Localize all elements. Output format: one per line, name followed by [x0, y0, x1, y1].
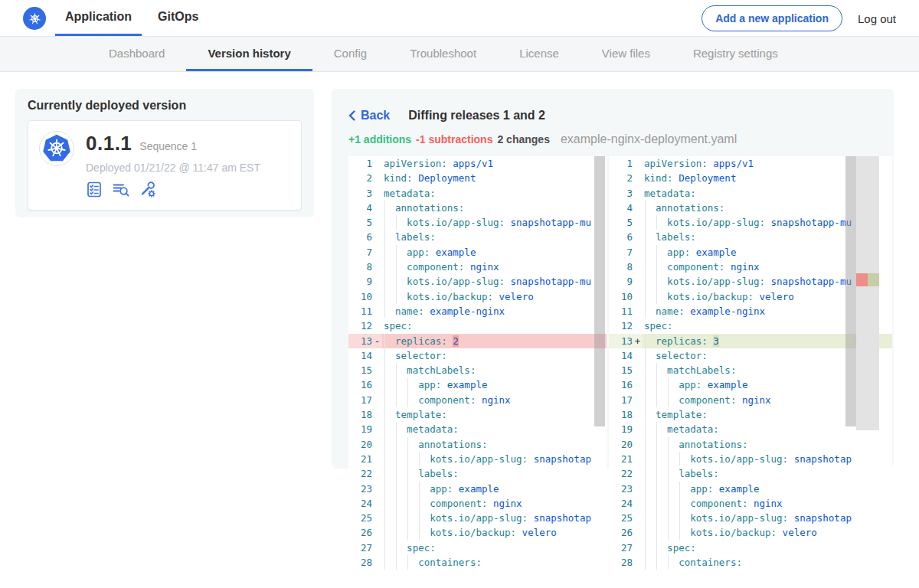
diff-title: Diffing releases 1 and 2 [408, 109, 545, 122]
diff-line: 9 kots.io/app-slug: snapshotapp-mu [348, 274, 607, 289]
diff-line: 27 spec: [609, 541, 892, 555]
diff-line: 14 selector: [348, 348, 607, 363]
diff-panels: 1apiVersion: apps/v12kind: Deployment3me… [348, 156, 894, 570]
diff-line: 21 kots.io/app-slug: snapshotap [609, 452, 892, 466]
diff-line: 22 labels: [609, 466, 892, 481]
diff-line: 8 component: nginx [348, 260, 607, 274]
diff-line: 26 kots.io/backup: velero [348, 525, 607, 540]
scrollbar-thumb[interactable] [845, 156, 856, 426]
diff-line: 26 kots.io/backup: velero [609, 525, 892, 540]
diff-line: 20 annotations: [348, 437, 607, 452]
diff-line: 5 kots.io/app-slug: snapshotapp-mu [348, 215, 607, 230]
kubernetes-heptagon-icon [41, 133, 72, 164]
diff-line: 24 component: nginx [348, 496, 607, 511]
deployed-card-title: Currently deployed version [28, 99, 302, 113]
diff-line: 28 containers: [609, 555, 892, 570]
diff-line: 28 containers: [348, 555, 607, 570]
currently-deployed-card: Currently deployed version 0.1.1 [15, 89, 314, 217]
diff-panel-modified[interactable]: 1apiVersion: apps/v12kind: Deployment3me… [609, 156, 892, 570]
tab-gitops[interactable]: GitOps [148, 0, 208, 36]
diff-line: 22 labels: [348, 466, 607, 481]
diff-line: 16 app: example [348, 377, 607, 392]
logout-link[interactable]: Log out [858, 12, 896, 25]
preflight-checks-icon[interactable] [112, 181, 130, 198]
add-application-button[interactable]: Add a new application [702, 5, 842, 31]
scrollbar-thumb[interactable] [594, 156, 605, 426]
diff-line: 13- replicas: 2 [348, 334, 607, 348]
diff-line: 10 kots.io/backup: velero [348, 289, 607, 304]
diff-line: 1apiVersion: apps/v1 [348, 156, 607, 171]
subnav-item-version-history[interactable]: Version history [186, 37, 312, 71]
version-label: 0.1.1 [86, 132, 132, 155]
diff-line: 15 matchLabels: [348, 363, 607, 377]
subnav-item-registry-settings[interactable]: Registry settings [672, 37, 800, 71]
ruler-added-marker [868, 273, 879, 286]
sequence-label: Sequence 1 [139, 140, 197, 152]
diff-line: 2kind: Deployment [348, 171, 607, 185]
diff-header: Back Diffing releases 1 and 2 [332, 89, 894, 122]
diff-line: 18 template: [348, 407, 607, 422]
original-code: 1apiVersion: apps/v12kind: Deployment3me… [348, 156, 607, 570]
changes-count: 2 changes [497, 133, 549, 145]
diff-line: 25 kots.io/app-slug: snapshotap [609, 511, 892, 525]
top-tabs: Application GitOps [55, 0, 214, 36]
diff-section: Back Diffing releases 1 and 2 +1 additio… [332, 89, 894, 570]
top-nav-right: Add a new application Log out [702, 0, 896, 37]
diff-line: 7 app: example [348, 245, 607, 260]
view-config-icon[interactable] [139, 181, 157, 198]
diff-line: 21 kots.io/app-slug: snapshotap [348, 452, 607, 466]
tab-application[interactable]: Application [55, 0, 142, 36]
subnav-item-troubleshoot[interactable]: Troubleshoot [388, 37, 498, 71]
top-nav: Application GitOps Add a new application… [0, 0, 919, 37]
diff-line: 17 component: nginx [348, 393, 607, 407]
diff-line: 23 app: example [609, 482, 892, 496]
diff-line: 3metadata: [348, 186, 607, 201]
back-chevron-icon [348, 110, 355, 121]
subnav-item-license[interactable]: License [498, 37, 581, 71]
app-icon [39, 131, 74, 166]
ship-wheel-icon [28, 11, 42, 26]
diff-line: 20 annotations: [609, 437, 892, 452]
release-notes-icon[interactable] [86, 181, 103, 198]
additions-count: +1 additions [348, 133, 411, 145]
diff-panel-original[interactable]: 1apiVersion: apps/v12kind: Deployment3me… [348, 156, 607, 570]
diff-line: 6 labels: [348, 230, 607, 244]
subnav-item-dashboard[interactable]: Dashboard [87, 37, 186, 71]
kubernetes-logo[interactable] [23, 7, 46, 30]
diff-line: 12spec: [348, 318, 607, 333]
app-subnav: Dashboard Version history Config Trouble… [0, 37, 919, 72]
diff-line: 24 component: nginx [609, 496, 892, 511]
diff-filename: example-nginx-deployment.yaml [561, 132, 737, 146]
ruler-removed-marker [856, 273, 868, 286]
diff-line: 4 annotations: [348, 201, 607, 215]
deployed-version-info: 0.1.1 Sequence 1 Deployed 01/21/22 @ 11:… [86, 131, 260, 200]
page: Application GitOps Add a new application… [0, 0, 919, 588]
subnav-item-config[interactable]: Config [312, 37, 388, 71]
diff-line: 27 spec: [348, 541, 607, 555]
subnav-item-view-files[interactable]: View files [581, 37, 672, 71]
deployed-version-item: 0.1.1 Sequence 1 Deployed 01/21/22 @ 11:… [28, 120, 302, 211]
diff-line: 19 metadata: [348, 422, 607, 436]
diff-line: 23 app: example [348, 482, 607, 496]
version-action-icons [86, 181, 260, 198]
subtractions-count: -1 subtractions [416, 133, 492, 145]
back-link[interactable]: Back [348, 109, 390, 122]
diff-stats: +1 additions -1 subtractions 2 changes e… [332, 122, 894, 146]
diff-line: 11 name: example-nginx [348, 304, 607, 318]
overview-ruler [856, 156, 879, 430]
deployed-timestamp: Deployed 01/21/22 @ 11:47 am EST [86, 162, 260, 174]
diff-line: 25 kots.io/app-slug: snapshotap [348, 511, 607, 525]
